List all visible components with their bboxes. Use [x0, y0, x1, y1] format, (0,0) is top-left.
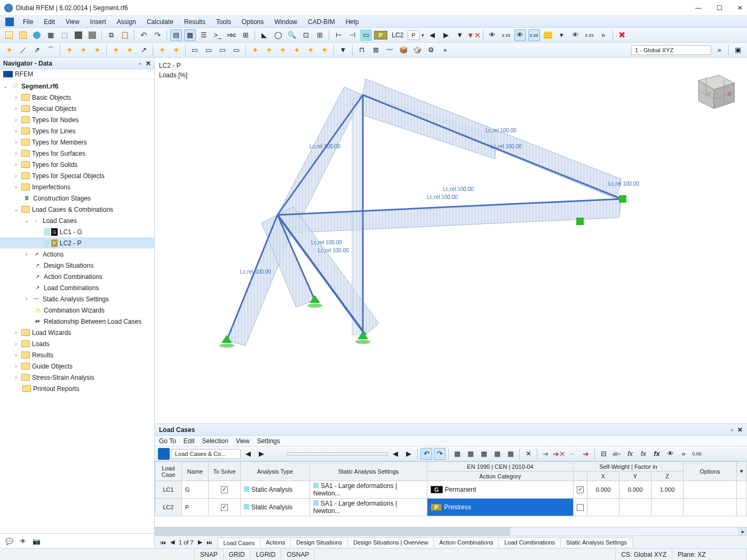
data-view-button[interactable]: ▦ [184, 29, 196, 41]
more3-button[interactable]: » [713, 44, 725, 56]
expand-icon[interactable]: › [13, 173, 19, 179]
lc-dropdown[interactable]: P [408, 30, 419, 40]
panel-menu-view[interactable]: View [236, 437, 250, 445]
menu-window[interactable]: Window [269, 17, 302, 27]
panel-prev[interactable]: ◀ [242, 448, 254, 460]
tree-guide-objects[interactable]: Guide Objects [32, 363, 73, 370]
th-name[interactable]: Name [182, 462, 209, 481]
menu-edit[interactable]: Edit [39, 17, 60, 27]
table-row[interactable]: LC1 G Static Analysis SA1 - Large deform… [155, 481, 747, 499]
pager-last[interactable]: ⏭ [206, 539, 212, 546]
sym4-button[interactable]: 📦 [398, 44, 409, 56]
arrow-btn[interactable]: ▾ [556, 29, 568, 41]
tree-construction-stages[interactable]: Construction Stages [33, 195, 91, 202]
table-view-button[interactable]: ▤ [170, 29, 182, 41]
th-load-case[interactable]: Load Case [155, 462, 182, 481]
view2-button[interactable]: 👁 [514, 29, 526, 41]
tree-load-cases-combinations[interactable]: Load Cases & Combinations [32, 206, 113, 213]
panel-grid2[interactable]: ▦ [465, 448, 476, 460]
print-button[interactable] [86, 29, 98, 41]
panel-search-input[interactable] [287, 452, 388, 455]
table-row[interactable]: LC2 P Static Analysis SA1 - Large deform… [155, 499, 747, 516]
res2-button[interactable]: ✦ [263, 44, 275, 56]
navigator-close-icon[interactable]: ✕ [146, 60, 151, 67]
tree-actions[interactable]: Actions [43, 251, 63, 258]
expand-icon[interactable]: › [13, 139, 19, 145]
expand-icon[interactable]: ⌄ [13, 206, 19, 212]
panel-grid1[interactable]: ▦ [451, 448, 463, 460]
sym2-button[interactable]: ⊠ [370, 44, 382, 56]
layout-button[interactable]: ⊞ [240, 29, 251, 41]
navigator-tree[interactable]: ⌄📄Segment.rf6 ›Basic Objects ›Special Ob… [0, 79, 154, 533]
load-cases-table[interactable]: Load Case Name To Solve Analysis Type St… [155, 461, 747, 527]
tree-lc2[interactable]: LC2 - P [60, 239, 82, 247]
menu-view[interactable]: View [61, 17, 84, 27]
surface-button[interactable]: ✦ [110, 44, 122, 56]
panel-import-red[interactable]: ➔ [580, 448, 592, 460]
res4-button[interactable]: ✦ [291, 44, 303, 56]
block-button[interactable]: ▦ [45, 29, 57, 41]
dim3-button[interactable]: x.xx [584, 29, 595, 41]
load2-button[interactable]: ✦ [170, 44, 182, 56]
panel-grid4[interactable]: ▦ [491, 448, 503, 460]
panel-grid3[interactable]: ▦ [478, 448, 490, 460]
panel-menu-goto[interactable]: Go To [159, 437, 176, 445]
tree-stress-strain[interactable]: Stress-Strain Analysis [32, 374, 94, 381]
checkbox[interactable] [577, 486, 584, 493]
coordinate-system-dropdown[interactable]: 1 - Global XYZ [631, 45, 711, 55]
maximize-button[interactable]: ☐ [717, 4, 722, 12]
th-z[interactable]: Z [651, 471, 684, 481]
tab-action-combinations[interactable]: Action Combinations [433, 537, 499, 547]
panel-ab[interactable]: ab= [611, 448, 623, 460]
lc-prev-button[interactable]: ◀ [426, 29, 438, 41]
panel-precision[interactable]: 0.00 [691, 448, 703, 460]
panel-align[interactable]: ⊟ [598, 448, 609, 460]
th-x[interactable]: X [587, 471, 619, 481]
list-view-button[interactable]: ☰ [198, 29, 210, 41]
surface3-button[interactable]: ↗ [138, 44, 149, 56]
filter-button[interactable]: ▼ [454, 29, 466, 41]
copy-button[interactable]: ⧉ [105, 29, 117, 41]
grid-view-button[interactable] [542, 29, 554, 41]
menu-calculate[interactable]: Calculate [142, 17, 178, 27]
load1-button[interactable]: ✦ [156, 44, 168, 56]
navigator-pin-icon[interactable]: ▫ [139, 60, 141, 67]
minimize-button[interactable]: — [695, 4, 702, 12]
checkbox[interactable] [577, 504, 584, 511]
obj2-button[interactable]: ▭ [203, 44, 214, 56]
expand-icon[interactable]: › [13, 117, 19, 123]
model-viewport[interactable]: LC2 - P Loads [%] -Y -X [155, 58, 747, 423]
tree-basic-objects[interactable]: Basic Objects [32, 94, 71, 101]
panel-type-dropdown[interactable]: Load Cases & Co... [171, 449, 241, 459]
tree-types-surfaces[interactable]: Types for Surfaces [32, 150, 85, 157]
tree-combination-wizards[interactable]: Combination Wizards [44, 307, 105, 314]
expand-icon[interactable]: ⌄ [23, 218, 30, 223]
menu-insert[interactable]: Insert [85, 17, 111, 27]
perspective-button[interactable]: ▣ [732, 44, 744, 56]
line-load-button[interactable]: ▭ [360, 29, 372, 41]
more2-button[interactable]: » [439, 44, 451, 56]
zoom-window-button[interactable]: ⊡ [300, 29, 312, 41]
expand-icon[interactable]: › [13, 128, 19, 134]
expand-icon[interactable]: › [13, 352, 19, 358]
res3-button[interactable]: ✦ [277, 44, 289, 56]
zoom-button[interactable]: 🔍 [286, 29, 298, 41]
pager-first[interactable]: ⏮ [160, 539, 166, 546]
member3-button[interactable]: ✦ [91, 44, 103, 56]
th-y[interactable]: Y [619, 471, 651, 481]
sym6-button[interactable]: ⚙ [425, 44, 437, 56]
res5-button[interactable]: ✦ [305, 44, 316, 56]
tab-load-combinations[interactable]: Load Combinations [498, 537, 561, 547]
redo-button[interactable]: ↷ [152, 29, 163, 41]
expand-icon[interactable]: › [13, 94, 19, 100]
menu-results[interactable]: Results [179, 17, 210, 27]
panel-fx1[interactable]: fx [624, 448, 636, 460]
refresh-button[interactable] [31, 29, 43, 41]
dim-button[interactable]: x.xx [500, 29, 512, 41]
th-analysis-type[interactable]: Analysis Type [241, 462, 310, 481]
pager-prev[interactable]: ◀ [170, 539, 174, 546]
tree-imperfections[interactable]: Imperfections [32, 183, 70, 191]
panel-del[interactable]: ✕ [522, 448, 534, 460]
member-end-button[interactable]: ⊣ [346, 29, 358, 41]
member2-button[interactable]: ✦ [77, 44, 89, 56]
